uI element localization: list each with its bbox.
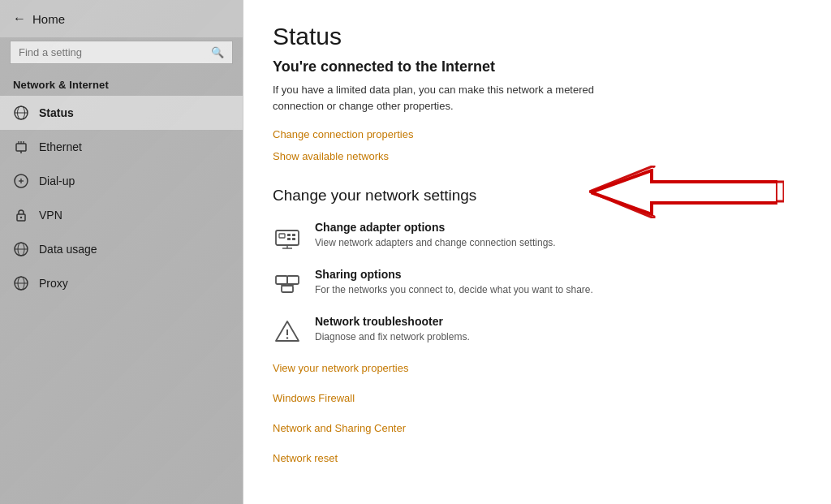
sidebar-item-datausage[interactable]: Data usage [0,232,243,266]
svg-marker-20 [589,166,784,218]
troubleshooter-desc: Diagnose and fix network problems. [315,330,470,344]
settings-item-sharing[interactable]: Sharing options For the networks you con… [273,268,802,299]
link-sharing-center[interactable]: Network and Sharing Center [273,422,802,434]
search-icon: 🔍 [211,46,224,58]
svg-rect-27 [287,238,291,240]
svg-marker-21 [592,167,782,216]
settings-item-adapter[interactable]: Change adapter options View network adap… [273,221,802,252]
svg-rect-26 [292,234,295,236]
ethernet-icon [13,139,29,155]
bottom-links: View your network properties Windows Fir… [273,362,802,474]
sidebar-item-label-status: Status [39,106,74,119]
svg-point-12 [20,217,22,218]
proxy-icon [13,275,29,291]
link-change-connection[interactable]: Change connection properties [273,128,802,140]
sidebar-item-label-ethernet: Ethernet [39,140,82,153]
svg-marker-22 [591,170,777,214]
troubleshooter-text: Network troubleshooter Diagnose and fix … [315,315,470,344]
home-label: Home [32,12,65,26]
sidebar-nav: Status Ethernet [0,96,243,300]
link-show-networks[interactable]: Show available networks [273,150,802,162]
vpn-icon [13,207,29,223]
home-icon: ← [13,11,26,26]
sharing-title: Sharing options [315,268,593,281]
settings-item-troubleshooter[interactable]: Network troubleshooter Diagnose and fix … [273,315,802,346]
troubleshooter-title: Network troubleshooter [315,315,470,328]
status-icon [13,105,29,121]
sidebar-item-label-vpn: VPN [39,209,62,222]
svg-rect-32 [287,276,299,284]
svg-rect-25 [287,234,291,236]
main-content: Status You're connected to the Internet … [243,0,831,504]
sidebar-item-label-proxy: Proxy [39,277,68,290]
sharing-icon [273,269,302,299]
sidebar-item-label-dialup: Dial-up [39,174,75,187]
svg-rect-28 [292,238,295,240]
adapter-desc: View network adapters and change connect… [315,236,556,250]
search-box: 🔍 [10,41,233,64]
page-title: Status [273,23,802,50]
home-button[interactable]: ← Home [0,0,243,37]
dialup-icon [13,173,29,189]
troubleshooter-icon [273,317,302,346]
adapter-icon [273,222,302,252]
datausage-icon [13,241,29,257]
sidebar-item-status[interactable]: Status [0,96,243,130]
link-network-reset[interactable]: Network reset [273,452,802,464]
adapter-title: Change adapter options [315,221,556,234]
sidebar-item-dialup[interactable]: Dial-up [0,164,243,198]
svg-marker-19 [589,166,784,218]
sharing-text: Sharing options For the networks you con… [315,268,593,297]
sharing-desc: For the networks you connect to, decide … [315,283,593,297]
svg-rect-33 [282,286,293,292]
svg-point-39 [286,337,288,338]
sidebar-item-vpn[interactable]: VPN [0,198,243,232]
sidebar-item-ethernet[interactable]: Ethernet [0,130,243,164]
sidebar-item-proxy[interactable]: Proxy [0,266,243,300]
sidebar-section-title: Network & Internet [0,71,243,96]
search-input[interactable] [19,46,206,58]
connected-desc: If you have a limited data plan, you can… [273,82,614,114]
link-view-properties[interactable]: View your network properties [273,362,802,374]
sidebar-item-label-datausage: Data usage [39,243,97,256]
adapter-text: Change adapter options View network adap… [315,221,556,250]
sidebar: ← Home 🔍 Network & Internet Status [0,0,243,504]
svg-rect-24 [279,234,285,238]
svg-rect-3 [16,144,26,151]
network-settings-heading: Change your network settings [273,187,476,205]
connected-title: You're connected to the Internet [273,58,802,75]
svg-rect-31 [276,276,287,284]
link-windows-firewall[interactable]: Windows Firewall [273,392,802,404]
